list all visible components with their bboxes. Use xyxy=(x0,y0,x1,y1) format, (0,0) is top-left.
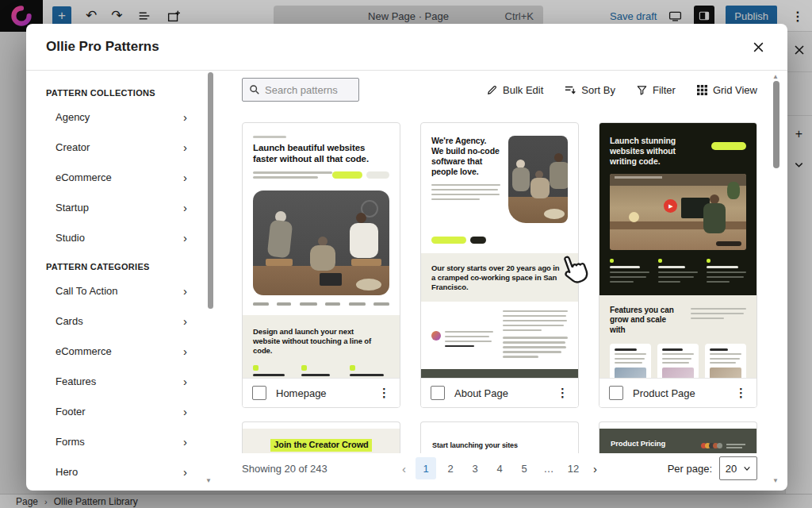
pagination-next-button[interactable]: › xyxy=(588,462,603,475)
placeholder-line xyxy=(726,444,745,445)
pattern-checkbox[interactable] xyxy=(252,386,266,400)
bulk-edit-button[interactable]: Bulk Edit xyxy=(486,84,543,96)
pattern-preview-homepage[interactable]: Launch beautiful websites faster without… xyxy=(243,123,400,378)
sidebar-item-label: Hero xyxy=(56,466,78,478)
sidebar-item-label: Call To Action xyxy=(56,285,118,297)
photo-caption-pill xyxy=(716,241,741,246)
categories-header: PATTERN CATEGORIES xyxy=(46,262,226,271)
placeholder-paragraph xyxy=(431,184,500,201)
pattern-options-button[interactable]: ⋮ xyxy=(735,386,747,400)
pagination-page-4[interactable]: 4 xyxy=(489,457,510,479)
hero-left: We're Agency. We build no-code software … xyxy=(431,136,500,244)
sort-by-label: Sort By xyxy=(581,84,615,96)
per-page-select[interactable]: 20 xyxy=(719,456,757,480)
sidebar-item-forms[interactable]: Forms› xyxy=(46,426,187,456)
placeholder-line xyxy=(503,346,566,348)
mini-card-photo xyxy=(662,368,694,378)
chevron-right-icon: › xyxy=(183,465,187,479)
pattern-preview-product[interactable]: Launch stunning websites without writing… xyxy=(599,123,756,378)
placeholder-line xyxy=(691,313,744,315)
sidebar-item-ecommerce-category[interactable]: eCommerce› xyxy=(46,336,187,366)
chevron-right-icon: › xyxy=(183,405,187,418)
sidebar-item-hero[interactable]: Hero› xyxy=(46,456,187,487)
ollie-patterns-modal: Ollie Pro Patterns PATTERN COLLECTIONS A… xyxy=(26,24,787,491)
per-page-label: Per page: xyxy=(668,463,712,475)
sidebar-item-studio[interactable]: Studio› xyxy=(46,222,187,252)
placeholder-line xyxy=(662,358,691,360)
mini-card-title xyxy=(662,348,683,351)
grid-view-label: Grid View xyxy=(713,84,757,96)
pattern-toolbar: Bulk Edit Sort By xyxy=(242,78,757,102)
modal-scrollbar-thumb[interactable] xyxy=(773,81,779,168)
feature-title-placeholder xyxy=(301,374,330,376)
modal-scroll-up-arrow[interactable]: ▲ xyxy=(772,73,779,80)
pattern-label: About Page xyxy=(454,387,508,399)
sidebar-item-agency[interactable]: Agency› xyxy=(46,102,187,132)
placeholder-line xyxy=(615,353,646,355)
sidebar-item-ecommerce[interactable]: eCommerce› xyxy=(46,162,187,192)
preview-hero: Launch beautiful websites faster without… xyxy=(243,123,400,295)
pagination-page-12[interactable]: 12 xyxy=(563,457,584,479)
sidebar-item-cards[interactable]: Cards› xyxy=(46,306,187,336)
pagination-page-2[interactable]: 2 xyxy=(440,457,461,479)
chevron-down-icon xyxy=(743,464,751,472)
mini-card-photo xyxy=(710,368,741,378)
preview-leadership-section: Meet our leadership xyxy=(421,369,578,378)
per-page-value: 20 xyxy=(726,463,737,475)
sidebar-item-footer[interactable]: Footer› xyxy=(46,396,187,426)
pattern-card-partial-launch[interactable]: Start launching your sites xyxy=(420,421,579,453)
feature-cards xyxy=(610,344,746,378)
chevron-right-icon: › xyxy=(183,314,187,328)
sidebar-item-label: Startup xyxy=(56,202,89,214)
sort-by-button[interactable]: Sort By xyxy=(564,84,615,96)
pattern-card-partial-creator[interactable]: Join the Creator Crowd xyxy=(242,421,400,453)
sidebar-item-call-to-action[interactable]: Call To Action› xyxy=(46,275,187,306)
feature-icon xyxy=(658,259,662,263)
pattern-options-button[interactable]: ⋮ xyxy=(557,386,569,400)
partial-heading: Product Pricing xyxy=(611,439,665,448)
placeholder-line xyxy=(503,325,564,327)
photo-person-head xyxy=(356,213,366,223)
avatar-caption-lines xyxy=(726,444,745,448)
pattern-options-button[interactable]: ⋮ xyxy=(378,386,390,400)
modal-scroll-down-arrow[interactable]: ▼ xyxy=(772,477,779,484)
pattern-preview-about[interactable]: We're Agency. We build no-code software … xyxy=(421,123,578,378)
pagination-page-1[interactable]: 1 xyxy=(416,457,436,479)
sidebar-scrollbar-thumb[interactable] xyxy=(208,72,213,309)
search-input[interactable] xyxy=(265,84,348,96)
pattern-checkbox[interactable] xyxy=(609,386,623,400)
quote-lines xyxy=(445,331,493,350)
pagination-page-5[interactable]: 5 xyxy=(514,457,534,479)
pattern-card-footer: Product Page ⋮ xyxy=(599,378,756,407)
bulk-edit-label: Bulk Edit xyxy=(503,84,543,96)
logo-placeholder xyxy=(373,302,389,306)
modal-body: PATTERN COLLECTIONS Agency› Creator› eCo… xyxy=(26,70,787,491)
partial-avatars xyxy=(701,443,745,448)
placeholder-line xyxy=(431,184,500,187)
preview-heading: Launch beautiful websites faster without… xyxy=(253,142,389,165)
preview-buttons xyxy=(431,237,500,244)
sidebar-item-features[interactable]: Features› xyxy=(46,366,187,396)
modal-header: Ollie Pro Patterns xyxy=(26,24,787,70)
chevron-right-icon: › xyxy=(183,375,187,388)
sidebar-item-creator[interactable]: Creator› xyxy=(46,132,187,162)
search-icon xyxy=(249,84,260,95)
pattern-label: Homepage xyxy=(276,387,327,399)
filter-button[interactable]: Filter xyxy=(636,84,676,96)
grid-view-button[interactable]: Grid View xyxy=(696,84,757,96)
preview-buttons xyxy=(332,171,389,182)
placeholder-line xyxy=(503,329,542,332)
sidebar-item-startup[interactable]: Startup› xyxy=(46,192,187,222)
chevron-right-icon: › xyxy=(183,231,187,244)
preview-photo-workshop: ▶ xyxy=(610,174,746,250)
pagination-page-3[interactable]: 3 xyxy=(465,457,485,479)
pattern-card-partial-pricing[interactable]: Product Pricing xyxy=(599,421,757,453)
pagination-prev-button[interactable]: ‹ xyxy=(396,462,412,475)
search-box[interactable] xyxy=(242,78,359,102)
modal-close-button[interactable] xyxy=(752,40,765,54)
pattern-checkbox[interactable] xyxy=(431,386,445,400)
sidebar-scroll-down-arrow[interactable]: ▼ xyxy=(205,477,212,484)
preview-features-heading: Features you can grow and scale with xyxy=(610,306,681,336)
preview-hero: We're Agency. We build no-code software … xyxy=(421,123,578,253)
partial-preview: Product Pricing xyxy=(599,429,756,453)
